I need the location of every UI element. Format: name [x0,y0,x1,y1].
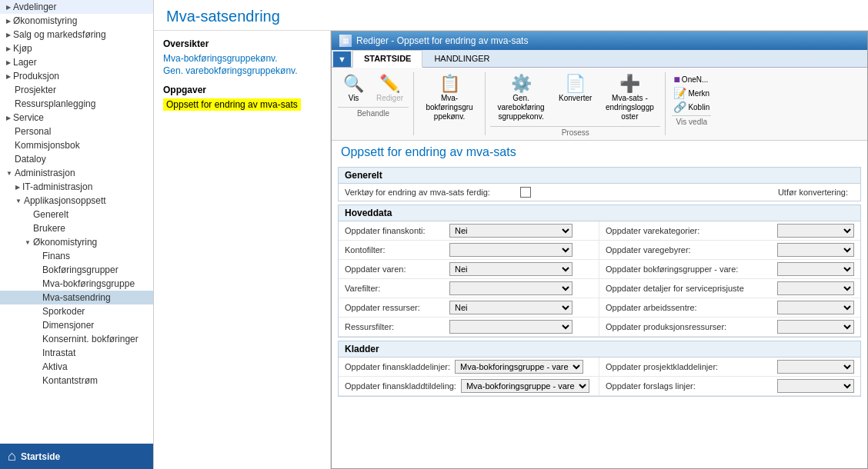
ribbon-tabs: ▼ STARTSIDEHANDLINGER [332,50,867,68]
sidebar-label-mva-bokforingsgruppe: Mva-bokføringsgruppe [42,278,135,289]
arrow-icon-it-administrasjon: ▶ [15,184,20,191]
sidebar-label-okonomistyring: Økonomistyring [13,15,77,26]
form-select-right[interactable] [777,281,854,295]
ribbon-btn-mva-bokforingsgruppekpnv[interactable]: 📋 Mva-bokføringsgruppekønv. [419,71,480,125]
form-select-right[interactable] [777,243,854,257]
sidebar-item-mva-bokforingsgruppe[interactable]: Mva-bokføringsgruppe [0,277,153,291]
arrow-icon-avdelinger: ▶ [6,4,11,11]
sidebar-item-dimensjoner[interactable]: Dimensjoner [0,318,153,332]
form-select[interactable]: Nei [449,262,573,276]
ribbon-dropdown-btn[interactable]: ▼ [333,52,351,67]
sidebar-label-sporkoder: Sporkoder [42,306,85,317]
form-select-right[interactable] [777,379,854,393]
form-field-label: Varefilter: [345,284,445,293]
mva-endringslogg-icon: ➕ [619,74,640,94]
sidebar-item-bokforingsgrupper[interactable]: Bokføringsgrupper [0,263,153,277]
form-select-right[interactable] [777,360,854,374]
ribbon-btn-konverter[interactable]: 📄 Konverter [553,71,597,105]
form-select[interactable]: Nei [449,224,573,238]
rediger-label: Rediger [376,94,403,102]
sidebar-item-produksjon[interactable]: ▶Produksjon [0,69,153,83]
section-kladder-header: Kladder [339,341,860,358]
form-field-label-right: Oppdater bokføringsgrupper - vare: [606,264,773,274]
form-field-label: Oppdater ressurser: [345,303,445,312]
overview-link[interactable]: Mva-bokføringsgruppekønv. [163,52,321,65]
merkn-label: Merkn [688,89,709,98]
form-row: Oppdater finanskonti:NeiOppdater varekat… [339,221,860,241]
ribbon-btn-gen-vare[interactable]: ⚙️ Gen. varebokføringsgruppekonv. [490,71,552,125]
vis-label: Vis [349,94,359,102]
form-select-right[interactable] [777,224,854,238]
sidebar-item-salg[interactable]: ▶Salg og markedsføring [0,28,153,42]
form-select[interactable] [449,243,573,257]
onenote-item[interactable]: ■ OneN... [672,72,711,86]
ribbon-group-mva: 📋 Mva-bokføringsgruppekønv. [419,71,480,125]
mva-bokf-icon: 📋 [439,74,460,94]
sidebar-item-brukere[interactable]: Brukere [0,221,153,235]
arrow-icon-administrasjon: ▼ [6,170,12,177]
sidebar-item-dataloy[interactable]: Dataloy [0,152,153,166]
ribbon-group-behandle: 🔍 Vis ✏️ Rediger Behandle [338,71,409,118]
sidebar-item-kontantstrom[interactable]: Kontantstrøm [0,374,153,388]
sidebar-item-konsernint-bokforinger[interactable]: Konsernint. bokføringer [0,332,153,346]
task-item[interactable]: Oppsett for endring av mva-sats [163,98,301,111]
sidebar-item-mva-satsendring[interactable]: Mva-satsendring [0,291,153,304]
sidebar-item-finans[interactable]: Finans [0,249,153,263]
modal-title-icon: ▦ [339,35,352,47]
sidebar-item-kommisjonsbok[interactable]: Kommisjonsbok [0,138,153,152]
sidebar-item-it-administrasjon[interactable]: ▶IT-administrasjon [0,180,153,194]
sidebar-item-administrasjon[interactable]: ▼Administrasjon [0,166,153,180]
verktoy-checkbox[interactable] [520,187,531,198]
arrow-icon-applikasjonsoppsett: ▼ [15,198,22,205]
arrow-icon-produksjon: ▶ [6,73,11,80]
sidebar-item-avdelinger[interactable]: ▶Avdelinger [0,0,153,14]
sidebar-item-okonomistyring[interactable]: ▶Økonomistyring [0,14,153,28]
sidebar-label-kontantstrom: Kontantstrøm [42,375,98,386]
ribbon-btn-mva-endringslogg[interactable]: ➕ Mva-sats - endringsloggposter [599,71,660,125]
form-select[interactable]: Nei [449,301,573,314]
sidebar-item-kjop[interactable]: ▶Kjøp [0,42,153,55]
sidebar-bottom[interactable]: ⌂ Startside [0,444,153,469]
sidebar-label-personal: Personal [15,126,51,137]
form-field-label: Oppdater varen: [345,264,445,274]
sidebar-item-generelt[interactable]: Generelt [0,208,153,221]
sidebar-item-okonomistyring2[interactable]: ▼Økonomistyring [0,235,153,249]
sidebar-item-prosjekter[interactable]: Prosjekter [0,83,153,97]
sidebar-label-intrastat: Intrastat [42,348,75,358]
merkn-item[interactable]: 📝 Merkn [672,86,711,100]
form-field-label-right: Oppdater forslags linjer: [606,381,773,391]
ribbon-btn-rediger[interactable]: ✏️ Rediger [371,71,409,105]
koblin-item[interactable]: 🔗 Koblin [672,100,711,114]
ribbon-group-label-prosess: Prosess [490,126,660,137]
arrow-icon-service: ▶ [6,115,11,121]
sidebar-item-ressursplanlegging[interactable]: Ressursplanlegging [0,97,153,111]
form-field-label: Oppdater finanskladdtildeling: [345,381,456,391]
ribbon-tab-handlinger[interactable]: HANDLINGER [422,50,501,67]
sidebar-label-finans: Finans [42,251,70,261]
sidebar-item-intrastat[interactable]: Intrastat [0,346,153,360]
ribbon-btn-vis[interactable]: 🔍 Vis [338,71,369,105]
sidebar-item-lager[interactable]: ▶Lager [0,55,153,69]
section-kladder: Kladder Oppdater finanskladdelinjer:Mva-… [338,341,861,397]
sidebar-item-applikasjonsoppsett[interactable]: ▼Applikasjonsoppsett [0,194,153,208]
sidebar-item-sporkoder[interactable]: Sporkoder [0,304,153,318]
merkn-icon: 📝 [673,87,686,99]
form-select[interactable] [449,320,573,334]
ribbon-content: 🔍 Vis ✏️ Rediger Behandle [332,68,867,141]
sidebar-item-service[interactable]: ▶Service [0,111,153,125]
koblin-icon: 🔗 [673,101,686,113]
form-select-right[interactable] [777,262,854,276]
form-select-right[interactable] [777,301,854,314]
form-select[interactable] [449,281,573,295]
sidebar-item-aktiva[interactable]: Aktiva [0,360,153,374]
modal-titlebar: ▦ Rediger - Oppsett for endring av mva-s… [332,32,867,50]
form-select[interactable]: Mva-bokforingsgruppe - vare [461,379,589,393]
ribbon-tab-startside[interactable]: STARTSIDE [352,50,423,68]
sidebar-item-personal[interactable]: Personal [0,125,153,138]
form-row: Ressursfilter:Oppdater produksjonsressur… [339,318,860,337]
koblin-label: Koblin [688,103,709,111]
form-select-right[interactable] [777,320,854,334]
overview-link[interactable]: Gen. varebokføringsgruppekønv. [163,65,321,77]
vis-vedla-label: Vis vedla [672,115,711,126]
form-select[interactable]: Mva-bokforingsgruppe - vare [455,360,583,374]
